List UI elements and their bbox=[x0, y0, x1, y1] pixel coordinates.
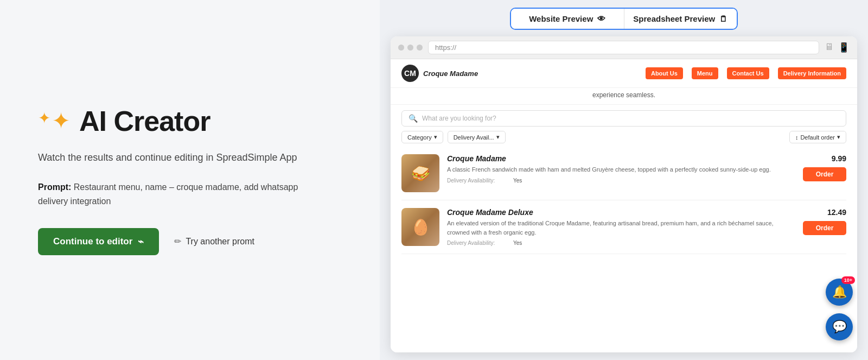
website-preview-label: Website Preview bbox=[529, 14, 593, 23]
sparkles-icon: ✦ ✦ bbox=[38, 110, 71, 132]
continue-label: Continue to editor bbox=[53, 236, 132, 247]
dot-yellow bbox=[407, 45, 413, 50]
tab-website-preview[interactable]: Website Preview 👁 bbox=[511, 9, 624, 29]
cta-row: Continue to editor ⌁ ✏ Try another promt bbox=[38, 228, 342, 255]
sparkle-big-icon: ✦ bbox=[52, 110, 71, 132]
chevron-down-icon-3: ▾ bbox=[837, 134, 840, 141]
delivery-label-2: Delivery Availability: bbox=[447, 240, 512, 246]
chat-icon: 💬 bbox=[832, 320, 847, 334]
sparkle-small-icon: ✦ bbox=[38, 111, 50, 126]
order-button-2[interactable]: Order bbox=[803, 221, 846, 235]
page-title: AI Creator bbox=[79, 105, 210, 137]
category-filter[interactable]: Category ▾ bbox=[401, 131, 443, 143]
search-icon: 🔍 bbox=[409, 114, 418, 123]
sort-label: Default order bbox=[800, 134, 835, 141]
site-nav: CM Croque Madame About Us Menu Contact U… bbox=[391, 59, 857, 88]
left-panel: ✦ ✦ AI Creator Watch the results and con… bbox=[0, 0, 380, 360]
right-panel: Website Preview 👁 Spreadsheet Preview 🗒 … bbox=[380, 0, 868, 360]
menu-item-meta-1: Delivery Availability: Yes bbox=[447, 178, 795, 184]
delivery-label: Delivery Avail... bbox=[454, 134, 494, 141]
nav-contact-button[interactable]: Contact Us bbox=[727, 67, 769, 79]
sort-icon: ↕ bbox=[795, 134, 799, 141]
table-row: 🥪 Croque Madame A classic French sandwic… bbox=[401, 147, 846, 200]
url-bar[interactable]: https:// bbox=[428, 41, 819, 54]
spreadsheet-icon: 🗒 bbox=[719, 14, 727, 23]
delivery-value-1: Yes bbox=[513, 178, 795, 184]
try-another-button[interactable]: ✏ Try another promt bbox=[174, 236, 254, 247]
menu-item-desc-1: A classic French sandwich made with ham … bbox=[447, 165, 795, 174]
menu-item-price-2: 12.49 bbox=[827, 208, 846, 217]
menu-item-details-2: Croque Madame Deluxe An elevated version… bbox=[447, 208, 795, 246]
pencil-icon: ✏ bbox=[174, 236, 181, 247]
logo-name: Croque Madame bbox=[423, 70, 478, 78]
nav-delivery-button[interactable]: Delivery Information bbox=[778, 67, 846, 79]
category-label: Category bbox=[407, 134, 432, 141]
delivery-value-2: Yes bbox=[513, 240, 795, 246]
spreadsheet-preview-label: Spreadsheet Preview bbox=[633, 14, 715, 23]
notification-button[interactable]: 🔔 10+ bbox=[826, 279, 853, 306]
menu-item-right-1: 9.99 Order bbox=[803, 154, 846, 181]
chevron-down-icon-2: ▾ bbox=[496, 134, 500, 141]
search-bar[interactable]: 🔍 What are you looking for? bbox=[401, 110, 846, 127]
bell-icon: 🔔 bbox=[832, 285, 847, 299]
continue-to-editor-button[interactable]: Continue to editor ⌁ bbox=[38, 228, 159, 255]
continue-icon: ⌁ bbox=[138, 236, 144, 248]
browser-bar: https:// 🖥 📱 bbox=[391, 36, 857, 59]
delivery-filter[interactable]: Delivery Avail... ▾ bbox=[448, 131, 506, 143]
hero-text: experience seamless. bbox=[592, 91, 655, 99]
order-button-1[interactable]: Order bbox=[803, 167, 846, 181]
menu-item-details-1: Croque Madame A classic French sandwich … bbox=[447, 154, 795, 184]
food-emoji-1: 🥪 bbox=[411, 165, 430, 182]
filter-row: Category ▾ Delivery Avail... ▾ ↕ Default… bbox=[401, 131, 846, 143]
browser-icons: 🖥 📱 bbox=[825, 42, 850, 53]
menu-item-name-2: Croque Madame Deluxe bbox=[447, 208, 795, 217]
menu-items: 🥪 Croque Madame A classic French sandwic… bbox=[391, 147, 857, 254]
search-area: 🔍 What are you looking for? Category ▾ D… bbox=[391, 105, 857, 147]
menu-item-name-1: Croque Madame bbox=[447, 154, 795, 163]
menu-item-right-2: 12.49 Order bbox=[803, 208, 846, 235]
hero-subtitle: Watch the results and continue editing i… bbox=[38, 150, 320, 165]
site-content: CM Croque Madame About Us Menu Contact U… bbox=[391, 59, 857, 352]
logo-letter: CM bbox=[404, 69, 416, 78]
try-label: Try another promt bbox=[186, 237, 254, 247]
search-placeholder: What are you looking for? bbox=[422, 115, 496, 122]
menu-item-image-2: 🥚 bbox=[401, 208, 439, 246]
food-image-2: 🥚 bbox=[401, 208, 439, 246]
nav-menu-button[interactable]: Menu bbox=[692, 67, 718, 79]
food-emoji-2: 🥚 bbox=[411, 218, 430, 236]
prompt-label: Prompt: bbox=[38, 182, 71, 192]
menu-item-desc-2: An elevated version of the traditional C… bbox=[447, 219, 795, 237]
url-text: https:// bbox=[435, 43, 456, 52]
eye-icon: 👁 bbox=[597, 14, 605, 23]
browser-dots bbox=[398, 45, 423, 50]
preview-toggle: Website Preview 👁 Spreadsheet Preview 🗒 bbox=[510, 8, 738, 30]
tab-spreadsheet-preview[interactable]: Spreadsheet Preview 🗒 bbox=[624, 9, 737, 29]
nav-about-button[interactable]: About Us bbox=[646, 67, 683, 79]
logo-circle: CM bbox=[401, 65, 419, 82]
menu-item-image-1: 🥪 bbox=[401, 154, 439, 192]
dot-green bbox=[417, 45, 423, 50]
delivery-label-1: Delivery Availability: bbox=[447, 178, 512, 184]
chevron-down-icon: ▾ bbox=[434, 134, 437, 141]
menu-item-price-1: 9.99 bbox=[832, 154, 846, 163]
chat-button[interactable]: 💬 bbox=[826, 313, 853, 340]
table-row: 🥚 Croque Madame Deluxe An elevated versi… bbox=[401, 200, 846, 254]
notification-badge: 10+ bbox=[841, 276, 855, 284]
hero-title-row: ✦ ✦ AI Creator bbox=[38, 105, 342, 137]
menu-item-meta-2: Delivery Availability: Yes bbox=[447, 240, 795, 246]
sort-select[interactable]: ↕ Default order ▾ bbox=[789, 131, 846, 143]
food-image-1: 🥪 bbox=[401, 154, 439, 192]
site-hero-text: experience seamless. bbox=[391, 88, 857, 105]
browser-window: https:// 🖥 📱 CM Croque Madame About Us M… bbox=[391, 36, 857, 352]
prompt-text: Prompt: Restaurant menu, name – croque m… bbox=[38, 180, 309, 208]
monitor-icon: 🖥 bbox=[825, 42, 834, 53]
dot-red bbox=[398, 45, 404, 50]
prompt-content: Restaurant menu, name – croque madame, a… bbox=[38, 182, 298, 206]
site-logo: CM Croque Madame bbox=[401, 65, 478, 82]
mobile-icon: 📱 bbox=[838, 42, 850, 53]
